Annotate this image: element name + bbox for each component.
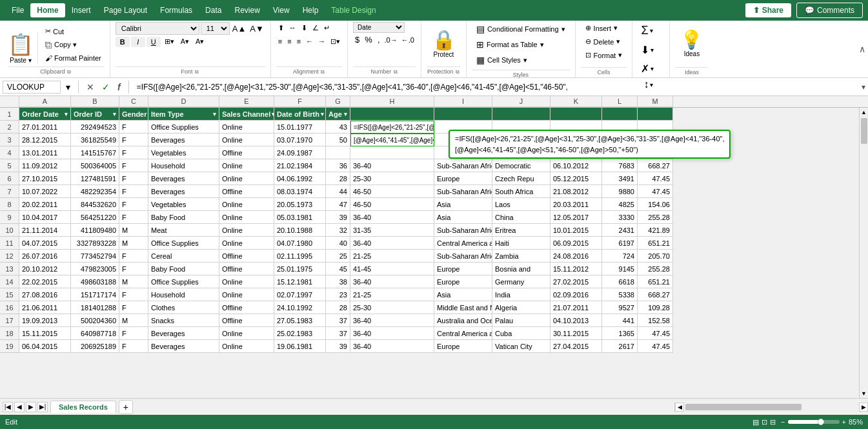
cell-D19[interactable]: Beverages xyxy=(148,340,219,353)
paste-icon[interactable]: 📋 xyxy=(8,32,34,57)
cell-J7[interactable]: South Africa xyxy=(492,185,550,198)
col-header-B[interactable]: B xyxy=(71,96,119,107)
cell-H8[interactable]: 46-50 xyxy=(350,198,434,211)
cell-C15[interactable]: F xyxy=(119,288,148,301)
cell-H1[interactable] xyxy=(350,108,434,121)
cell-H7[interactable]: 46-50 xyxy=(350,185,434,198)
cell-E3[interactable]: Online xyxy=(219,134,274,146)
cell-M5[interactable]: 668.27 xyxy=(638,159,673,172)
cell-C17[interactable]: M xyxy=(119,314,148,327)
cell-E1[interactable]: Sales Channel▾ xyxy=(219,108,274,121)
cell-D6[interactable]: Beverages xyxy=(148,172,219,185)
row-number[interactable]: 17 xyxy=(0,314,19,327)
cell-F17[interactable]: 27.05.1983 xyxy=(274,314,326,327)
cell-C4[interactable]: F xyxy=(119,146,148,159)
col-header-G[interactable]: G xyxy=(326,96,350,107)
share-button[interactable]: ⬆ Share xyxy=(745,3,791,17)
cell-H9[interactable]: 36-40 xyxy=(350,211,434,224)
cell-D15[interactable]: Household xyxy=(148,288,219,301)
cell-K5[interactable]: 06.10.2012 xyxy=(550,159,602,172)
cell-G5[interactable]: 36 xyxy=(326,159,350,172)
cell-J9[interactable]: China xyxy=(492,211,550,224)
col-header-C[interactable]: C xyxy=(119,96,148,107)
clipboard-expand[interactable]: ⧉ xyxy=(66,68,72,75)
italic-button[interactable]: I xyxy=(131,37,145,47)
cell-G18[interactable]: 37 xyxy=(326,327,350,340)
cell-G4[interactable] xyxy=(326,146,350,159)
cell-B5[interactable]: 500364005 xyxy=(71,159,119,172)
cell-F6[interactable]: 04.06.1992 xyxy=(274,172,326,185)
cell-L16[interactable]: 9527 xyxy=(602,301,638,314)
col-header-A[interactable]: A xyxy=(19,96,71,107)
cell-G14[interactable]: 38 xyxy=(326,275,350,288)
menu-view[interactable]: View xyxy=(267,3,296,17)
cell-I19[interactable]: Europe xyxy=(434,340,492,353)
scroll-thumb[interactable] xyxy=(861,118,867,144)
cell-B13[interactable]: 479823005 xyxy=(71,263,119,275)
row-number[interactable]: 9 xyxy=(0,211,19,224)
cell-B3[interactable]: 361825549 xyxy=(71,134,119,146)
alignment-expand[interactable]: ⧉ xyxy=(320,68,325,75)
protect-button[interactable]: 🔒 Protect xyxy=(427,26,461,61)
ideas-button[interactable]: 💡 Ideas xyxy=(675,26,708,60)
cell-C12[interactable]: F xyxy=(119,250,148,263)
cell-H3[interactable]: [@Age]<46,"41-45",[@Age]<51,"46-50",[@Ag… xyxy=(350,134,434,146)
cell-G8[interactable]: 47 xyxy=(326,198,350,211)
cell-H15[interactable]: 21-25 xyxy=(350,288,434,301)
cell-E9[interactable]: Online xyxy=(219,211,274,224)
scroll-down-button[interactable]: ▼ xyxy=(860,389,868,398)
paste-label[interactable]: Paste ▾ xyxy=(10,57,31,64)
cell-I9[interactable]: Asia xyxy=(434,211,492,224)
cell-M7[interactable]: 47.45 xyxy=(638,185,673,198)
cell-B18[interactable]: 640987718 xyxy=(71,327,119,340)
cell-I11[interactable]: Central America and xyxy=(434,237,492,250)
menu-review[interactable]: Review xyxy=(228,3,266,17)
cell-G15[interactable]: 23 xyxy=(326,288,350,301)
cell-G3[interactable]: 50 xyxy=(326,134,350,146)
cell-H12[interactable]: 21-25 xyxy=(350,250,434,263)
cell-L14[interactable]: 6618 xyxy=(602,275,638,288)
cell-L11[interactable]: 6197 xyxy=(602,237,638,250)
decrease-font-size-button[interactable]: A▼ xyxy=(248,23,265,34)
align-top-button[interactable]: ⬆ xyxy=(276,22,286,34)
cell-D14[interactable]: Office Supplies xyxy=(148,275,219,288)
cell-H10[interactable]: 31-35 xyxy=(350,224,434,237)
font-expand[interactable]: ⧉ xyxy=(194,68,199,75)
cell-E14[interactable]: Online xyxy=(219,275,274,288)
cell-C2[interactable]: F xyxy=(119,121,148,134)
cell-E11[interactable]: Online xyxy=(219,237,274,250)
cell-A16[interactable]: 21.06.2011 xyxy=(19,301,71,314)
cell-H18[interactable]: 36-40 xyxy=(350,327,434,340)
cell-E17[interactable]: Offline xyxy=(219,314,274,327)
cell-F2[interactable]: 15.01.1977 xyxy=(274,121,326,134)
cell-C14[interactable]: M xyxy=(119,275,148,288)
cell-D8[interactable]: Vegetables xyxy=(148,198,219,211)
cell-J10[interactable]: Eritrea xyxy=(492,224,550,237)
accounting-format-button[interactable]: $ xyxy=(353,34,361,45)
scroll-up-button[interactable]: ▲ xyxy=(860,108,868,117)
number-expand[interactable]: ⧉ xyxy=(393,68,398,75)
sheet-tab-sales-records[interactable]: Sales Records xyxy=(50,401,116,413)
row-number[interactable]: 16 xyxy=(0,301,19,314)
cell-D3[interactable]: Beverages xyxy=(148,134,219,146)
normal-view-button[interactable]: ▤ xyxy=(752,418,759,426)
increase-decimal-button[interactable]: .0→ xyxy=(383,35,399,45)
col-header-K[interactable]: K xyxy=(550,96,602,107)
zoom-out-button[interactable]: − xyxy=(781,418,785,426)
cell-J14[interactable]: Germany xyxy=(492,275,550,288)
cell-B9[interactable]: 564251220 xyxy=(71,211,119,224)
cell-L19[interactable]: 2617 xyxy=(602,340,638,353)
row-number[interactable]: 7 xyxy=(0,185,19,198)
cell-H5[interactable]: 36-40 xyxy=(350,159,434,172)
cell-E15[interactable]: Online xyxy=(219,288,274,301)
cell-A8[interactable]: 20.02.2011 xyxy=(19,198,71,211)
cell-L9[interactable]: 3330 xyxy=(602,211,638,224)
row-number[interactable]: 4 xyxy=(0,146,19,159)
cell-F9[interactable]: 05.03.1981 xyxy=(274,211,326,224)
cell-B10[interactable]: 411809480 xyxy=(71,224,119,237)
cell-G16[interactable]: 28 xyxy=(326,301,350,314)
cell-C13[interactable]: F xyxy=(119,263,148,275)
cell-L17[interactable]: 441 xyxy=(602,314,638,327)
cell-E8[interactable]: Online xyxy=(219,198,274,211)
cell-E10[interactable]: Online xyxy=(219,224,274,237)
